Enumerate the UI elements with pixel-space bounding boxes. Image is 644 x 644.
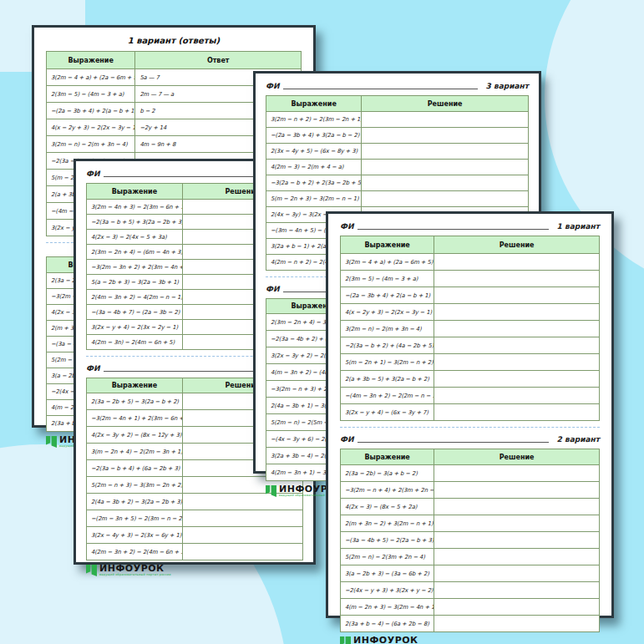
infourok-logo: ИНФОУРОК ведущий образовательный портал … [340, 632, 600, 644]
solution-cell [183, 510, 302, 526]
expression-cell: −(2a − 3b + 4) + 3(2a − b − 2) [266, 128, 362, 143]
expression-cell: 2(3m − 2n + 4) − (6m − 4n + 3) [87, 245, 183, 259]
expression-column-header: Выражение [87, 184, 183, 199]
expression-cell: 2(m + 3n − 2) + 3(2m − n + 1) [341, 515, 434, 531]
table-row: −(4m − 3n + 2) − 2(2m − n − 3) [341, 387, 599, 403]
solution-cell [362, 191, 528, 206]
solution-cell [434, 549, 599, 565]
table-row: 4(x − 2y + 3) − 2(2x − 3y − 1) [341, 303, 599, 320]
expression-cell: 4(2x − 3) − (8x − 5 + 2a) [341, 499, 434, 515]
worksheet-table: Выражение Решение 2(3a − 2b) − 3(a + b −… [340, 449, 600, 632]
expression-cell: 4(2m − 3) − 2(m + 4 − a) [266, 160, 362, 175]
expression-cell: 5(m − 2n + 1) − 3(2m − n + 2) [341, 354, 434, 370]
expression-cell: 4(2x − 3) − 2(4x − 5 + 3a) [87, 230, 183, 244]
expression-cell: 2(3a + b − 4) − (6a + 2b − 8) [341, 616, 434, 631]
expression-cell: 4(2x − 3y + 2) − (8x − 12y + 3) [87, 427, 183, 443]
table-row: 2(3m − 5) − (4m − 3 + a) [341, 270, 599, 287]
solution-cell [434, 515, 599, 531]
table-row: 2(3x − 4y + 5) − (6x − 8y + 3) [266, 143, 528, 159]
table-row: 3(2m − 4 + a) + (2a − 6m + 5) [341, 253, 599, 270]
expression-cell: 3(2m − n) − 2(m + 3n − 4) [47, 136, 135, 152]
variant-label: 3 вариант [486, 82, 529, 90]
expression-cell: −2(4x − y + 3) + 3(2x + y − 2) [341, 582, 434, 598]
solution-cell [434, 388, 599, 403]
solution-cell [434, 465, 599, 481]
expression-cell: 4(2m − 3n + 2) − 2(4m − 6n + 3) [87, 544, 183, 560]
expression-cell: 4(x − 2y + 3) − 2(2x − 3y − 1) [341, 304, 434, 320]
expression-cell: 4(2m − 3n) − 2(4m − 6n + 5) [87, 335, 183, 349]
solution-cell [362, 112, 528, 127]
expression-cell: 2(4m − 3n + 2) − 4(2m − n − 1) [87, 290, 183, 304]
expression-cell: 3(2x − y + 4) − (6x − 3y + 7) [341, 404, 434, 420]
solution-cell [434, 565, 599, 581]
table-row: 5(2m − n) − 2(3m + 2n − 4) [341, 548, 599, 565]
expression-cell: −2(3a − b + 4) + (6a − 2b + 3) [87, 460, 183, 476]
fi-underline [357, 442, 548, 443]
expression-cell: −(4m − 3n + 2) − 2(2m − n − 3) [341, 388, 434, 403]
solution-column-header: Решение [362, 96, 528, 111]
page-title: 1 вариант (ответы) [46, 36, 302, 45]
solution-cell [434, 371, 599, 387]
solution-cell [434, 254, 599, 270]
table-header-row: Выражение Решение [341, 449, 599, 464]
table-row: 2(3a + b − 4) − (6a + 2b − 8) [341, 615, 599, 631]
expression-cell: −(3a − 4b + 7) − (2a − 3b − 2) [87, 305, 183, 319]
expression-column-header: Выражение [266, 96, 362, 111]
fi-label: ФИ [86, 364, 99, 373]
solution-column-header: Решение [434, 236, 599, 253]
expression-cell: −(2m − 3n + 5) − 2(3m − n − 2) [87, 510, 183, 526]
solution-cell [434, 321, 599, 337]
expression-cell: 3(2m − n) − 2(m + 3n − 4) [341, 321, 434, 337]
table-row: 5(m − 2n + 1) − 3(2m − n + 2) [341, 353, 599, 370]
table-row: 5(m − 2n + 3) − 3(2m − n − 1) [266, 190, 528, 206]
infourok-logo: ИНФОУРОК ведущий образовательный портал … [86, 560, 303, 576]
table-header-row: Выражение Решение [341, 236, 599, 253]
solution-cell [434, 304, 599, 320]
name-line: ФИ 2 вариант [340, 435, 600, 444]
fi-label: ФИ [266, 285, 279, 293]
expression-cell: 5(a − 2b + 3) − 3(2a − 3b + 1) [87, 275, 183, 289]
table-row: 4(2m − 3n + 2) − 2(4m − 6n + 3) [87, 543, 302, 560]
expression-cell: 4(m − 2n + 3) − 3(2m − 4n + 1) [341, 599, 434, 615]
expression-column-header: Выражение [47, 52, 135, 68]
infourok-logo-icon [266, 485, 276, 497]
table-row: 4(2m − 3) − 2(m + 4 − a) [266, 159, 528, 175]
expression-cell: −3(2m − 3n + 2) + 2(3m − 4n + 5) [87, 260, 183, 274]
expression-cell: 3(2m − 4n + 3) − 2(3m − 6n + 1) [87, 200, 183, 214]
table-header-row: Выражение Решение [266, 96, 528, 111]
worksheet-page-variant1-2: ФИ 1 вариант Выражение Решение 3(2m − 4 … [326, 211, 614, 618]
name-line: ФИ 1 вариант [340, 222, 600, 231]
expression-cell: 4(x − 2y + 3) − 2(2x − 3y − 1) [47, 119, 135, 135]
expression-cell: −3(2m − n + 4) + 2(3m + 2n − 1) [341, 482, 434, 498]
solution-cell [183, 527, 302, 543]
solution-cell [362, 175, 528, 190]
logo-tagline: ведущий образовательный портал россии [99, 573, 171, 576]
table-row: 2(a + 3b − 5) + 3(2a − b + 2) [341, 370, 599, 387]
expression-cell: 3(a − 2b + 3) − (3a − 6b + 2) [341, 565, 434, 581]
solution-cell [434, 599, 599, 615]
infourok-logo-icon [46, 436, 57, 448]
expression-cell: 2(3a − 2b + 5) − 3(2a − b + 2) [87, 393, 183, 409]
expression-cell: −3(2a − b + 2) + 2(3a − 2b + 5) [266, 175, 362, 190]
fi-label: ФИ [266, 82, 279, 90]
table-row: 2(3a − 2b) − 3(a + b − 2) [341, 464, 599, 481]
fi-underline [357, 229, 548, 230]
solution-cell [362, 160, 528, 175]
solution-cell [434, 482, 599, 498]
table-row: −2(4x − y + 3) + 3(2x + y − 2) [341, 581, 599, 598]
table-row: 3(2x − y + 4) − (6x − 3y + 7) [341, 403, 599, 420]
table-row: 4(m − 2n + 3) − 3(2m − 4n + 1) [341, 598, 599, 615]
solution-cell [362, 128, 528, 143]
table-header-row: Выражение Ответ [47, 52, 301, 68]
solution-cell [434, 582, 599, 598]
solution-cell [434, 499, 599, 515]
name-line: ФИ 3 вариант [266, 82, 529, 90]
expression-cell: 3(2x − y + 4) − 2(3x − 2y − 1) [87, 320, 183, 334]
table-row: −(3a − 4b + 5) − 2(2a − b + 3) [341, 531, 599, 548]
expression-cell: 3(2x − 4y + 3) − 2(3x − 6y + 1) [87, 527, 183, 543]
expression-cell: 2(3m − 5) − (4m − 3 + a) [47, 86, 135, 102]
expression-cell: −(2a − 3b + 4) + 2(a − b + 1) [47, 103, 135, 119]
solution-cell [434, 287, 599, 303]
expression-cell: −2(3a − b + 2) + (4a − 2b + 5) [341, 337, 434, 353]
solution-cell [434, 337, 599, 353]
